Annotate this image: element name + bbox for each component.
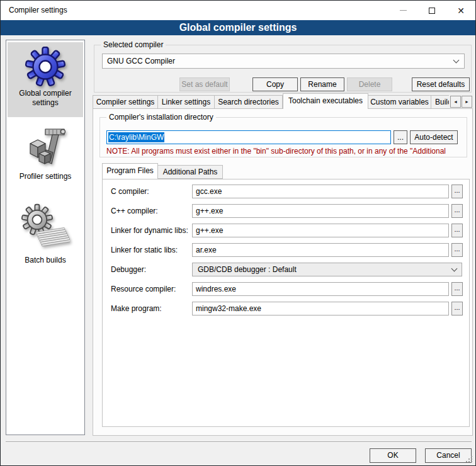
tab-search-directories[interactable]: Search directories bbox=[215, 95, 283, 109]
close-button[interactable]: ✕ bbox=[446, 1, 475, 20]
sidebar-item-label: Global compiler settings bbox=[8, 89, 83, 108]
settings-category-sidebar: Global compiler settings bbox=[6, 40, 85, 435]
linker-static-input[interactable] bbox=[192, 243, 449, 257]
sidebar-item-label: Batch builds bbox=[8, 256, 83, 265]
maximize-icon bbox=[429, 8, 435, 14]
linker-dynamic-browse-button[interactable]: ... bbox=[451, 224, 463, 237]
debugger-select[interactable]: GDB/CDB debugger : Default bbox=[192, 263, 462, 276]
arrow-left-icon: ◄ bbox=[453, 99, 458, 104]
linker-dynamic-label: Linker for dynamic libs: bbox=[111, 224, 188, 237]
c-compiler-browse-button[interactable]: ... bbox=[451, 185, 463, 198]
main-tabstrip: Compiler settings Linker settings Search… bbox=[93, 93, 449, 109]
program-files-tabstrip: Program Files Additional Paths bbox=[102, 163, 223, 179]
arrow-right-icon: ► bbox=[465, 99, 469, 104]
sidebar-item-label: Profiler settings bbox=[8, 172, 83, 181]
bin-subdirectory-note: NOTE: All programs must exist either in … bbox=[106, 147, 463, 156]
tab-program-files[interactable]: Program Files bbox=[102, 163, 158, 179]
cpp-compiler-browse-button[interactable]: ... bbox=[451, 204, 463, 218]
resource-compiler-input[interactable] bbox=[192, 282, 449, 296]
reset-defaults-button[interactable]: Reset defaults bbox=[412, 77, 470, 91]
installation-directory-group: Compiler's installation directory C:\ray… bbox=[99, 117, 467, 157]
window-title: Compiler settings bbox=[9, 6, 67, 14]
selected-compiler-group: Selected compiler GNU GCC Compiler Set a… bbox=[94, 45, 472, 93]
cpp-compiler-input[interactable] bbox=[192, 204, 449, 218]
linker-static-browse-button[interactable]: ... bbox=[451, 243, 463, 257]
gray-gear-stack-icon bbox=[21, 203, 70, 254]
linker-static-label: Linker for static libs: bbox=[111, 243, 178, 257]
installation-directory-input[interactable]: C:\raylib\MinGW bbox=[106, 130, 391, 144]
tab-additional-paths[interactable]: Additional Paths bbox=[158, 165, 223, 179]
compiler-settings-dialog: Compiler settings ✕ Global compiler sett… bbox=[0, 0, 476, 466]
installation-directory-selected-text: C:\raylib\MinGW bbox=[108, 132, 164, 142]
rename-button[interactable]: Rename bbox=[300, 77, 344, 91]
maximize-button[interactable] bbox=[417, 1, 446, 20]
resource-compiler-browse-button[interactable]: ... bbox=[451, 282, 463, 296]
set-as-default-button[interactable]: Set as default bbox=[179, 77, 230, 91]
auto-detect-button[interactable]: Auto-detect bbox=[410, 130, 458, 144]
cpp-compiler-label: C++ compiler: bbox=[111, 204, 158, 218]
make-program-label: Make program: bbox=[111, 302, 162, 315]
close-icon: ✕ bbox=[457, 6, 465, 15]
program-files-page: C compiler: ... C++ compiler: ... Linker… bbox=[102, 179, 470, 427]
chevron-down-icon bbox=[453, 57, 460, 63]
debugger-label: Debugger: bbox=[111, 263, 146, 276]
resource-compiler-label: Resource compiler: bbox=[111, 282, 176, 296]
debugger-select-value: GDB/CDB debugger : Default bbox=[198, 265, 297, 274]
c-compiler-input[interactable] bbox=[192, 185, 449, 198]
c-compiler-label: C compiler: bbox=[111, 185, 149, 198]
installation-directory-group-label: Compiler's installation directory bbox=[106, 113, 216, 122]
make-program-browse-button[interactable]: ... bbox=[451, 302, 463, 315]
selected-compiler-group-label: Selected compiler bbox=[101, 40, 166, 49]
page-title: Global compiler settings bbox=[1, 20, 475, 35]
titlebar: Compiler settings ✕ bbox=[1, 1, 475, 20]
compiler-select-value: GNU GCC Compiler bbox=[107, 57, 175, 65]
sidebar-item-global-compiler-settings[interactable]: Global compiler settings bbox=[8, 42, 83, 117]
minimize-button[interactable] bbox=[388, 1, 417, 20]
chevron-down-icon bbox=[451, 265, 458, 271]
sidebar-item-batch-builds[interactable]: Batch builds bbox=[8, 199, 83, 265]
copy-button[interactable]: Copy bbox=[252, 77, 298, 91]
tab-toolchain-executables[interactable]: Toolchain executables bbox=[283, 93, 368, 109]
delete-button[interactable]: Delete bbox=[347, 77, 392, 91]
caliper-icon bbox=[23, 125, 68, 170]
tab-compiler-settings[interactable]: Compiler settings bbox=[93, 95, 158, 109]
make-program-input[interactable] bbox=[192, 302, 449, 315]
blue-gear-icon bbox=[25, 47, 65, 87]
resize-grip[interactable] bbox=[466, 456, 473, 463]
ok-button[interactable]: OK bbox=[370, 448, 416, 463]
footer-separator bbox=[6, 441, 472, 443]
sidebar-item-profiler-settings[interactable]: Profiler settings bbox=[8, 120, 83, 181]
minimize-icon bbox=[400, 10, 407, 11]
linker-dynamic-input[interactable] bbox=[192, 224, 449, 237]
tab-custom-variables[interactable]: Custom variables bbox=[368, 95, 431, 109]
tab-linker-settings[interactable]: Linker settings bbox=[158, 95, 215, 109]
toolchain-executables-page: Compiler's installation directory C:\ray… bbox=[93, 108, 473, 436]
cancel-button[interactable]: Cancel bbox=[425, 448, 472, 463]
browse-directory-button[interactable]: ... bbox=[394, 130, 407, 144]
compiler-select[interactable]: GNU GCC Compiler bbox=[102, 54, 465, 69]
tab-build-options-clipped[interactable]: Builc bbox=[431, 95, 449, 109]
tab-scroll-left-button[interactable]: ◄ bbox=[450, 96, 461, 108]
tab-scroll-right-button[interactable]: ► bbox=[462, 96, 472, 108]
